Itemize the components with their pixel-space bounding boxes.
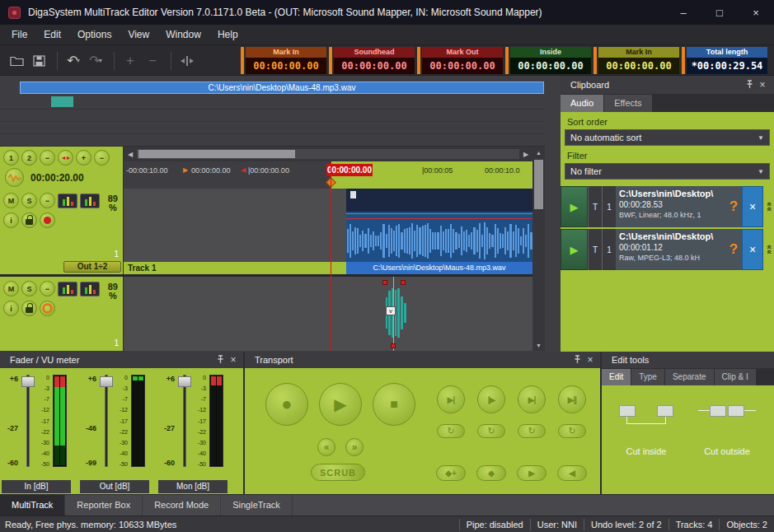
mini-transport-plus-button[interactable]: +: [76, 150, 91, 166]
tab-record-mode[interactable]: Record Mode: [143, 495, 221, 516]
loop-button[interactable]: ↻: [477, 424, 505, 438]
clip-handle-dot[interactable]: [391, 343, 396, 348]
menu-item-edit[interactable]: Edit: [35, 25, 69, 45]
meter-mode-button[interactable]: [58, 282, 77, 296]
clipboard-item[interactable]: ▶ T 1 C:\Users\nin\Desktop\ 00:00:28.53 …: [561, 186, 774, 227]
clip-file-label[interactable]: C:\Users\nin\Desktop\Maus-48.mp3.wav: [346, 262, 532, 274]
lock-button[interactable]: [21, 301, 37, 316]
close-panel-button[interactable]: ×: [584, 354, 597, 366]
play-from-mark-button[interactable]: |▶: [477, 385, 505, 413]
plus-button[interactable]: +: [120, 50, 140, 72]
record-button[interactable]: ●: [265, 383, 308, 426]
redo-button[interactable]: ↷▾: [86, 50, 106, 72]
save-button[interactable]: [29, 50, 49, 72]
menu-item-options[interactable]: Options: [69, 25, 120, 45]
volume-point-label[interactable]: v: [386, 306, 396, 315]
clipboard-item[interactable]: ▶ T 1 C:\Users\nin\Desktop\ 00:00:01.12 …: [561, 229, 774, 270]
overview-clip-block[interactable]: [51, 96, 73, 107]
solo-button[interactable]: S: [21, 281, 37, 296]
record-arm-button[interactable]: [40, 212, 55, 228]
scrollbar-thumb[interactable]: [534, 160, 543, 209]
vertical-scrollbar[interactable]: ▲ ▼: [532, 147, 545, 351]
mute-button[interactable]: M: [3, 281, 19, 296]
timeline-ruler[interactable]: -00:00:10.00 ▶ 00:00:00.00 ◀ |00:00:00.0…: [124, 161, 532, 189]
info-button[interactable]: i: [3, 301, 19, 316]
mini-transport-button-2[interactable]: 2: [21, 150, 37, 166]
menu-item-view[interactable]: View: [120, 25, 157, 45]
clip-handle[interactable]: [350, 191, 356, 198]
fader-slider[interactable]: [100, 373, 113, 469]
mini-transport-range-button[interactable]: ◄►: [58, 150, 73, 166]
marker-button[interactable]: ◆: [476, 465, 506, 481]
meter-mode-button[interactable]: [58, 194, 77, 208]
fader-handle[interactable]: [178, 376, 191, 387]
solo-button[interactable]: S: [21, 193, 37, 208]
menu-item-window[interactable]: Window: [157, 25, 209, 45]
rewind-button[interactable]: «: [317, 438, 335, 456]
move-up-button[interactable]: ««: [763, 186, 774, 227]
fader-handle[interactable]: [100, 376, 113, 387]
scrub-button[interactable]: SCRUB: [311, 464, 365, 481]
undo-button[interactable]: ↶▾: [63, 50, 83, 72]
next-marker-button[interactable]: ▶: [517, 465, 546, 481]
previous-marker-button[interactable]: ◀: [557, 465, 587, 481]
sort-order-select[interactable]: No automatic sort ▼: [565, 129, 770, 146]
clip-handle-dot[interactable]: [382, 280, 387, 285]
minus-button[interactable]: −: [143, 50, 162, 72]
clip-handle-dot[interactable]: [401, 280, 406, 285]
close-panel-button[interactable]: ×: [227, 354, 240, 366]
play-clip-button[interactable]: ▶: [561, 186, 588, 227]
scroll-down-icon[interactable]: ▼: [532, 339, 545, 351]
filter-select[interactable]: No filter ▼: [565, 163, 770, 180]
goto-marker-button[interactable]: [177, 50, 197, 72]
play-through-button[interactable]: ▶||: [558, 385, 586, 413]
pin-button[interactable]: [213, 355, 227, 366]
overview-clip-bar[interactable]: C:\Users\nin\Desktop\Maus-48.mp3.wav: [20, 82, 544, 94]
record-arm-button[interactable]: [40, 301, 55, 316]
mute-button[interactable]: M: [3, 193, 19, 208]
tab-singletrack[interactable]: SingleTrack: [221, 495, 293, 516]
collapse-button[interactable]: −: [40, 281, 55, 296]
mark-out-marker-icon[interactable]: ◀: [241, 166, 246, 174]
tab-type[interactable]: Type: [631, 369, 664, 385]
menu-item-help[interactable]: Help: [209, 25, 246, 45]
mini-transport-button-1[interactable]: 1: [3, 150, 19, 166]
tab-audio[interactable]: Audio: [561, 95, 603, 112]
wave-button[interactable]: [5, 168, 24, 187]
track-name-bar[interactable]: Track 1 C:\Users\nin\Desktop\Maus-48.mp3…: [124, 262, 532, 274]
forward-button[interactable]: »: [345, 438, 364, 456]
audio-clip[interactable]: [346, 189, 532, 262]
add-marker-button[interactable]: ◆+: [436, 465, 466, 481]
close-button[interactable]: ×: [738, 0, 774, 25]
meter-mode-button-2[interactable]: [80, 194, 100, 208]
mini-transport-minus-button[interactable]: −: [40, 150, 55, 166]
scroll-right-icon[interactable]: ▶: [520, 148, 532, 160]
minimize-button[interactable]: –: [665, 0, 701, 25]
menu-item-file[interactable]: File: [3, 25, 35, 45]
loop-button[interactable]: ↻: [518, 424, 546, 438]
open-button[interactable]: [7, 50, 26, 72]
track-1-lane[interactable]: [124, 189, 532, 262]
play-button[interactable]: ▶: [319, 383, 362, 426]
tab-multitrack[interactable]: MultiTrack: [0, 495, 65, 516]
play-clip-button[interactable]: ▶: [561, 229, 588, 270]
tab-edit[interactable]: Edit: [602, 369, 631, 385]
loop-button[interactable]: ↻: [437, 424, 465, 438]
remove-clip-button[interactable]: ×: [742, 186, 763, 227]
level-line[interactable]: [346, 218, 532, 219]
fader-slider[interactable]: [178, 373, 191, 469]
stop-button[interactable]: ■: [373, 383, 415, 426]
mark-in-marker-icon[interactable]: ▶: [183, 166, 188, 174]
collapse-button[interactable]: −: [40, 193, 55, 208]
loop-button[interactable]: ↻: [558, 424, 586, 438]
play-to-mark-button[interactable]: ▶|: [437, 385, 465, 413]
cut-inside-button[interactable]: Cut inside: [608, 397, 684, 466]
play-selection-button[interactable]: ▶|: [518, 385, 546, 413]
scrollbar-thumb[interactable]: [138, 150, 295, 158]
horizontal-scrollbar[interactable]: ◀ ▶: [124, 147, 532, 161]
fader-slider[interactable]: [21, 373, 35, 469]
info-button[interactable]: i: [3, 212, 19, 228]
fader-handle[interactable]: [21, 376, 35, 387]
scroll-left-icon[interactable]: ◀: [124, 148, 136, 160]
output-routing-button[interactable]: Out 1÷2: [63, 261, 121, 273]
